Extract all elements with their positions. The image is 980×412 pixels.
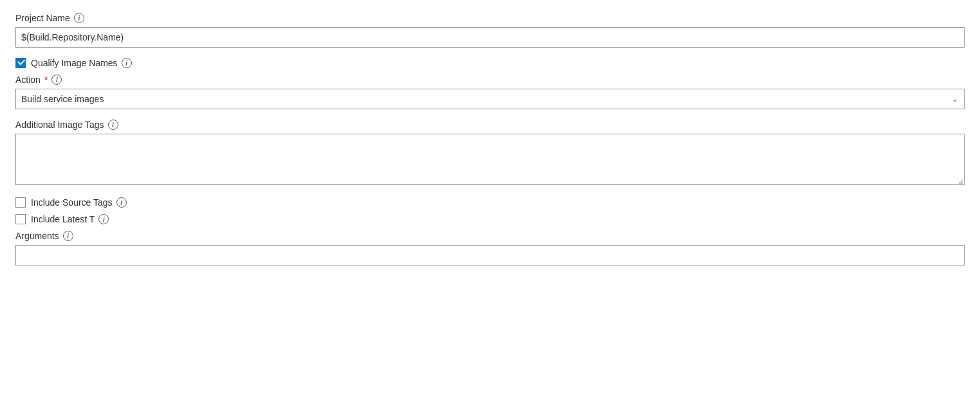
action-select[interactable]: Build service images Push service images… [15, 89, 965, 109]
arguments-group: Arguments i Docker Compose command optio… [15, 231, 965, 265]
include-latest-tags-info-icon[interactable]: i [98, 214, 109, 224]
arguments-label-text: Arguments [15, 231, 59, 241]
include-source-tags-row: Include Source Tags i [15, 197, 965, 208]
action-info-icon[interactable]: i [51, 75, 62, 85]
project-name-info-icon[interactable]: i [74, 13, 84, 23]
additional-image-tags-label-text: Additional Image Tags [15, 120, 104, 130]
action-label: Action * i [15, 75, 965, 85]
arguments-input[interactable] [15, 245, 965, 265]
arguments-info-icon[interactable]: i [63, 231, 73, 241]
action-group: Action * i Build service images Push ser… [15, 75, 965, 109]
include-source-tags-info-icon[interactable]: i [116, 197, 127, 208]
additional-image-tags-info-icon[interactable]: i [108, 120, 118, 130]
include-latest-tags-row: Include Latest T i [15, 214, 965, 224]
include-source-tags-text: Include Source Tags [31, 197, 113, 208]
qualify-image-names-row: Qualify Image Names i [15, 58, 965, 68]
include-source-tags-label: Include Source Tags i [31, 197, 127, 208]
project-name-label-text: Project Name [15, 13, 70, 23]
project-name-label: Project Name i [15, 13, 965, 23]
qualify-image-names-info-icon[interactable]: i [122, 58, 132, 68]
action-label-text: Action [15, 75, 41, 85]
project-name-group: Project Name i [15, 13, 965, 48]
additional-image-tags-group: Additional Image Tags i [15, 120, 965, 187]
include-latest-tags-text: Include Latest T [31, 214, 95, 224]
qualify-image-names-text: Qualify Image Names [31, 58, 118, 68]
include-source-tags-checkbox[interactable] [15, 197, 26, 208]
include-latest-tags-checkbox[interactable] [15, 214, 26, 224]
action-required-star: * [44, 75, 48, 85]
additional-image-tags-label: Additional Image Tags i [15, 120, 965, 130]
include-latest-tags-label: Include Latest T i [31, 214, 109, 224]
qualify-image-names-label: Qualify Image Names i [31, 58, 132, 68]
arguments-label: Arguments i [15, 231, 965, 241]
action-select-wrapper: Build service images Push service images… [15, 89, 965, 109]
additional-image-tags-textarea[interactable] [15, 134, 965, 185]
project-name-input[interactable] [15, 27, 965, 48]
qualify-image-names-checkbox[interactable] [15, 58, 26, 68]
